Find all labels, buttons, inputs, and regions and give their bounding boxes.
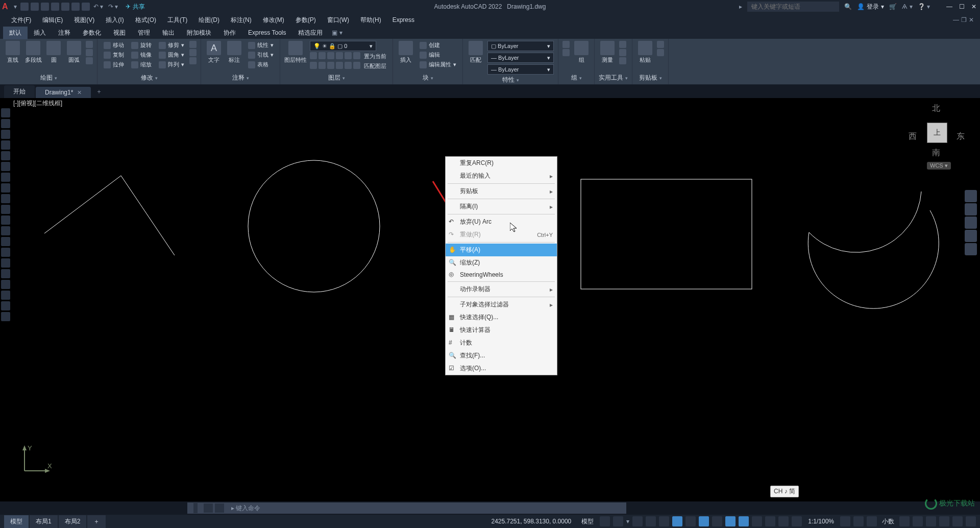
iso-toggle[interactable] xyxy=(685,516,696,526)
panel-title-annotate[interactable]: 注释 xyxy=(205,73,276,83)
search-input[interactable] xyxy=(747,2,839,12)
panel-title-layers[interactable]: 图层 xyxy=(284,73,388,83)
lock-ui-toggle[interactable] xyxy=(913,516,923,526)
ribtab-insert[interactable]: 插入 xyxy=(28,27,52,39)
plot-icon[interactable] xyxy=(82,3,90,11)
minimize-button[interactable]: — xyxy=(945,3,953,10)
help-icon[interactable]: ❔ ▾ xyxy=(918,3,930,10)
ctx-clipboard[interactable]: 剪贴板▸ xyxy=(446,185,557,198)
nav-orbit-icon[interactable] xyxy=(965,230,977,242)
ribtab-addins[interactable]: 附加模块 xyxy=(181,27,217,39)
menu-modify[interactable]: 修改(M) xyxy=(258,14,289,26)
cmd-config-icon[interactable] xyxy=(215,503,224,513)
layer-icon-6[interactable] xyxy=(353,52,360,59)
layer-selector[interactable]: 💡 ☀ 🔒 ▢ 0▾ xyxy=(310,41,376,51)
ribtab-parametric[interactable]: 参数化 xyxy=(77,27,107,39)
ctx-steeringwheels[interactable]: ◎SteeringWheels xyxy=(446,269,557,280)
open-icon[interactable] xyxy=(31,3,39,11)
scale-button[interactable]: 缩放 xyxy=(129,60,154,69)
ctx-isolate[interactable]: 隔离(I)▸ xyxy=(446,200,557,213)
set-current-layer-button[interactable]: 置为当前 xyxy=(362,52,388,61)
panel-title-utilities[interactable]: 实用工具 xyxy=(599,73,628,83)
menu-format[interactable]: 格式(O) xyxy=(130,14,161,26)
linetype-selector[interactable]: — ByLayer▾ xyxy=(487,64,554,75)
autoscale-toggle[interactable] xyxy=(792,516,802,526)
linear-button[interactable]: 线性 ▾ xyxy=(246,41,276,50)
color-selector[interactable]: ▢ ByLayer▾ xyxy=(487,41,554,51)
layer-icon-2[interactable] xyxy=(318,52,326,59)
layer-icon-4[interactable] xyxy=(336,52,343,59)
menu-file[interactable]: 文件(F) xyxy=(6,14,36,26)
arc-button[interactable]: 圆弧 xyxy=(65,41,83,64)
qat-dropdown-icon[interactable]: ▾ xyxy=(14,3,17,10)
osnap-toggle[interactable] xyxy=(699,516,709,526)
saveas-icon[interactable] xyxy=(51,3,59,11)
ribtab-default[interactable]: 默认 xyxy=(3,27,28,39)
copy-clip-icon[interactable] xyxy=(657,49,664,56)
group-icon-2[interactable] xyxy=(562,49,570,56)
tab-layout1[interactable]: 布局1 xyxy=(30,515,58,528)
fillet-button[interactable]: 圆角 ▾ xyxy=(157,51,186,59)
vc-north[interactable]: 北 xyxy=(932,103,940,114)
cmd-grip-icon[interactable] xyxy=(193,503,198,513)
cmd-close-icon[interactable] xyxy=(204,503,213,513)
array-button[interactable]: 阵列 ▾ xyxy=(157,60,186,69)
hwaccel-toggle[interactable] xyxy=(939,516,949,526)
trans-toggle[interactable] xyxy=(752,516,762,526)
cut-icon[interactable] xyxy=(657,41,664,48)
close-button[interactable]: ✕ xyxy=(970,3,978,10)
ctx-recent-input[interactable]: 最近的输入▸ xyxy=(446,170,557,182)
ribtab-manage[interactable]: 管理 xyxy=(132,27,156,39)
leader-button[interactable]: 引线 ▾ xyxy=(246,51,276,59)
vc-west[interactable]: 西 xyxy=(909,131,917,142)
snap-toggle[interactable] xyxy=(613,516,623,526)
layer-icon-8[interactable] xyxy=(318,62,326,69)
vc-east[interactable]: 东 xyxy=(957,131,965,142)
monitor-toggle[interactable] xyxy=(853,516,864,526)
menu-help[interactable]: 帮助(H) xyxy=(355,14,386,26)
copy-button[interactable]: 复制 xyxy=(102,51,126,59)
ctx-count[interactable]: #计数 xyxy=(446,337,557,349)
edit-block-button[interactable]: 编辑 xyxy=(418,51,458,59)
units-toggle[interactable] xyxy=(867,516,877,526)
insert-block-button[interactable]: 插入 xyxy=(397,41,414,64)
menu-dimension[interactable]: 标注(N) xyxy=(226,14,257,26)
zoom-label[interactable]: 1:1/100% xyxy=(805,518,837,525)
save-icon[interactable] xyxy=(41,3,49,11)
status-model-label[interactable]: 模型 xyxy=(578,517,597,526)
lwt-toggle[interactable] xyxy=(739,516,749,526)
grid-toggle[interactable] xyxy=(600,516,610,526)
clean-toggle[interactable] xyxy=(952,516,963,526)
rotate-button[interactable]: 旋转 xyxy=(129,41,154,50)
match-layer-button[interactable]: 匹配图层 xyxy=(362,62,388,70)
line-button[interactable]: 直线 xyxy=(4,41,21,64)
tab-model[interactable]: 模型 xyxy=(4,515,29,528)
polyline-button[interactable]: 多段线 xyxy=(24,41,42,64)
move-button[interactable]: 移动 xyxy=(102,41,126,50)
layer-icon-10[interactable] xyxy=(336,62,343,69)
qp-toggle[interactable] xyxy=(899,516,910,526)
web-save-icon[interactable] xyxy=(71,3,80,11)
tab-start[interactable]: 开始 xyxy=(4,85,35,98)
measure-button[interactable]: 测量 xyxy=(599,41,616,64)
command-input[interactable]: 键入命令 xyxy=(187,502,626,514)
nav-zoom-icon[interactable] xyxy=(965,217,977,229)
stretch-button[interactable]: 拉伸 xyxy=(102,60,126,69)
layer-icon-5[interactable] xyxy=(345,52,352,59)
menu-edit[interactable]: 编辑(E) xyxy=(37,14,68,26)
group-button[interactable]: 组 xyxy=(573,41,590,64)
panel-title-block[interactable]: 块 xyxy=(397,73,458,83)
panel-title-modify[interactable]: 修改 xyxy=(102,73,197,83)
new-icon[interactable] xyxy=(20,3,29,11)
login-button[interactable]: 👤 登录 ▾ xyxy=(857,3,884,11)
create-block-button[interactable]: 创建 xyxy=(418,41,458,50)
menu-view[interactable]: 视图(V) xyxy=(69,14,100,26)
util-icon-1[interactable] xyxy=(619,41,626,48)
menu-draw[interactable]: 绘图(D) xyxy=(193,14,225,26)
doc-restore-button[interactable]: ❐ xyxy=(961,16,967,23)
close-tab-icon[interactable]: ✕ xyxy=(77,89,82,96)
menu-insert[interactable]: 插入(I) xyxy=(101,14,129,26)
edit-attributes-button[interactable]: 编辑属性 ▾ xyxy=(418,60,458,69)
dimension-button[interactable]: 标注 xyxy=(226,41,243,64)
ribtab-output[interactable]: 输出 xyxy=(156,27,181,39)
